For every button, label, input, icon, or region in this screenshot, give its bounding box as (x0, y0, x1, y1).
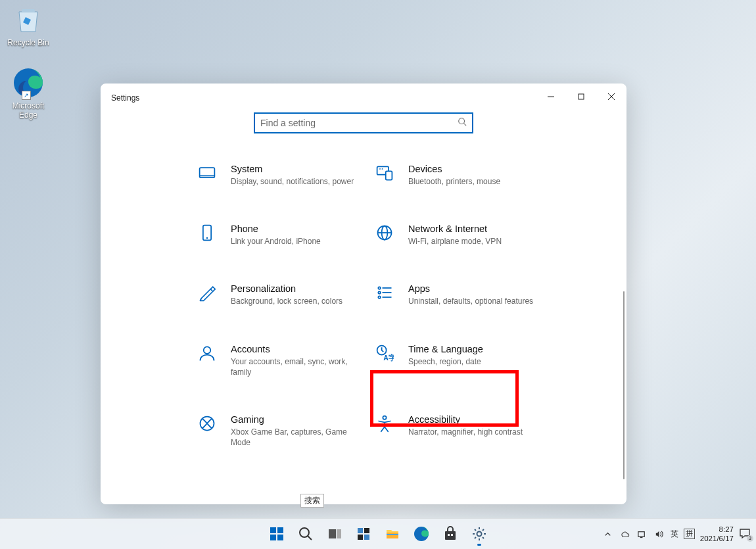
tray-chevron-icon[interactable] (602, 528, 614, 540)
notification-badge: 3 (747, 535, 753, 542)
category-accessibility[interactable]: AccessibilityNarrator, magnifier, high c… (375, 414, 546, 448)
search-input[interactable] (260, 118, 458, 128)
desktop-icon-label: Microsoft Edge (3, 101, 54, 120)
category-desc: Link your Android, iPhone (231, 236, 369, 247)
svg-rect-47 (451, 534, 453, 536)
shortcut-overlay-icon: ↗ (22, 91, 31, 100)
category-desc: Uninstall, defaults, optional features (408, 296, 546, 306)
taskbar-center (264, 521, 492, 547)
start-button[interactable] (264, 521, 290, 547)
settings-button[interactable] (466, 521, 492, 547)
category-devices[interactable]: DevicesBluetooth, printers, mouse (375, 164, 546, 187)
category-title: Accessibility (408, 414, 546, 425)
maximize-button[interactable] (566, 84, 596, 110)
category-apps[interactable]: AppsUninstall, defaults, optional featur… (375, 283, 546, 306)
clock[interactable]: 8:27 2021/6/17 (700, 525, 734, 544)
category-desc: Bluetooth, printers, mouse (408, 176, 546, 187)
phone-icon (198, 224, 219, 247)
category-title: Accounts (231, 344, 369, 354)
category-title: Gaming (231, 414, 369, 425)
clock-date: 2021/6/17 (700, 534, 734, 543)
category-desc: Background, lock screen, colors (231, 296, 369, 306)
svg-rect-31 (277, 527, 283, 533)
gaming-icon (198, 414, 219, 448)
ime-indicator-2[interactable]: 拼 (684, 529, 695, 539)
volume-icon[interactable] (653, 528, 665, 540)
category-desc: Your accounts, email, sync, work, family (231, 356, 369, 377)
category-desc: Xbox Game Bar, captures, Game Mode (231, 427, 369, 448)
edge-icon: ↗ (12, 67, 44, 99)
desktop-icon-label: Recycle Bin (3, 38, 54, 47)
settings-window: Settings SystemDisplay, sound, notificat… (101, 84, 626, 504)
devices-icon (375, 164, 396, 187)
svg-rect-38 (358, 528, 363, 533)
svg-point-34 (300, 528, 309, 537)
svg-rect-43 (387, 534, 398, 535)
svg-rect-0 (22, 9, 35, 12)
svg-line-7 (464, 124, 467, 126)
search-box[interactable] (254, 112, 473, 133)
personalization-icon (198, 283, 219, 306)
svg-rect-39 (364, 528, 369, 533)
category-personalization[interactable]: PersonalizationBackground, lock screen, … (198, 283, 369, 306)
window-title: Settings (111, 93, 139, 103)
accessibility-icon (375, 414, 396, 448)
close-button[interactable] (596, 84, 626, 110)
category-title: Phone (231, 224, 369, 234)
task-view-button[interactable] (321, 521, 348, 547)
titlebar[interactable]: Settings (101, 84, 626, 112)
ime-indicator-1[interactable]: 英 (671, 529, 678, 539)
notifications-button[interactable]: 3 (739, 527, 752, 540)
svg-rect-42 (387, 533, 398, 538)
apps-icon (375, 283, 396, 306)
network-tray-icon[interactable] (636, 528, 648, 540)
svg-rect-30 (270, 527, 276, 533)
svg-point-12 (379, 168, 381, 170)
svg-rect-45 (445, 531, 456, 540)
svg-point-19 (378, 287, 381, 290)
edge-button[interactable] (408, 521, 435, 547)
category-desc: Speech, region, date (408, 356, 546, 367)
category-system[interactable]: SystemDisplay, sound, notifications, pow… (198, 164, 369, 187)
svg-point-25 (204, 346, 211, 354)
category-gaming[interactable]: GamingXbox Game Bar, captures, Game Mode (198, 414, 369, 448)
svg-rect-40 (358, 535, 363, 540)
category-network[interactable]: Network & InternetWi-Fi, airplane mode, … (375, 224, 546, 247)
clock-time: 8:27 (700, 525, 734, 534)
svg-rect-46 (448, 534, 450, 536)
time-language-icon: A字 (375, 344, 396, 377)
category-desc: Wi-Fi, airplane mode, VPN (408, 236, 546, 247)
widgets-button[interactable] (350, 521, 377, 547)
settings-content: SystemDisplay, sound, notifications, pow… (101, 140, 626, 504)
svg-point-6 (459, 118, 465, 124)
minimize-button[interactable] (536, 84, 566, 110)
svg-rect-3 (579, 94, 584, 99)
svg-point-29 (383, 416, 386, 419)
category-title: Apps (408, 283, 546, 294)
store-button[interactable] (437, 521, 463, 547)
tooltip: 搜索 (300, 494, 324, 508)
scrollbar-thumb[interactable] (623, 291, 625, 479)
search-icon (458, 117, 467, 129)
category-title: Network & Internet (408, 224, 546, 234)
svg-rect-41 (364, 535, 369, 540)
onedrive-icon[interactable] (619, 528, 631, 540)
recycle-bin-icon (12, 4, 44, 36)
category-phone[interactable]: PhoneLink your Android, iPhone (198, 224, 369, 247)
svg-point-15 (206, 237, 208, 239)
svg-rect-37 (337, 529, 341, 538)
category-title: System (231, 164, 369, 174)
category-title: Personalization (231, 283, 369, 294)
accounts-icon (198, 344, 219, 377)
search-button[interactable] (293, 521, 319, 547)
system-icon (198, 164, 219, 187)
desktop-icon-edge[interactable]: ↗ Microsoft Edge (3, 67, 54, 120)
category-accounts[interactable]: AccountsYour accounts, email, sync, work… (198, 344, 369, 377)
category-title: Devices (408, 164, 546, 174)
network-icon (375, 224, 396, 247)
svg-rect-33 (277, 535, 283, 540)
desktop-icon-recycle-bin[interactable]: Recycle Bin (3, 4, 54, 47)
svg-line-35 (308, 536, 312, 540)
file-explorer-button[interactable] (379, 521, 406, 547)
category-time-language[interactable]: A字 Time & LanguageSpeech, region, date (375, 344, 546, 377)
